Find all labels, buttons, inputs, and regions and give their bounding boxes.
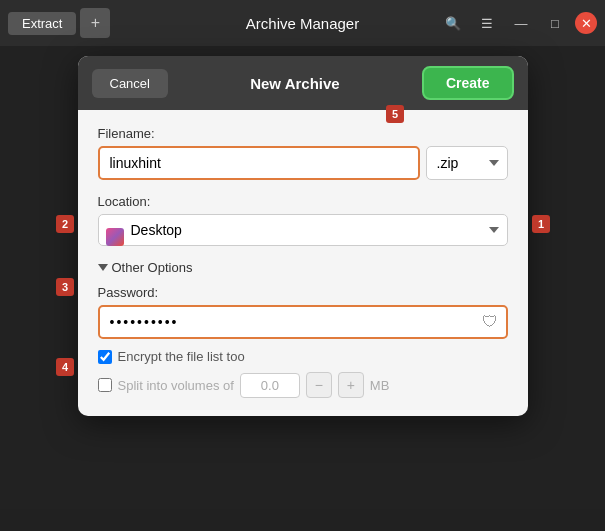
filename-input[interactable] bbox=[98, 146, 420, 180]
annotation-4: 4 bbox=[56, 358, 74, 376]
annotation-5: 5 bbox=[386, 105, 404, 123]
cancel-button[interactable]: Cancel bbox=[92, 69, 168, 98]
location-row: Desktop Home Documents bbox=[98, 214, 508, 260]
maximize-button[interactable]: □ bbox=[541, 9, 569, 37]
new-archive-dialog: Cancel New Archive Create Filename: .zip… bbox=[78, 56, 528, 416]
app-title: Archive Manager bbox=[246, 15, 359, 32]
annotation-3: 3 bbox=[56, 278, 74, 296]
titlebar: Extract + Archive Manager 🔍 ☰ — □ ✕ bbox=[0, 0, 605, 46]
menu-button[interactable]: ☰ bbox=[473, 9, 501, 37]
split-label: Split into volumes of bbox=[118, 378, 234, 393]
increment-volume-button[interactable]: + bbox=[338, 372, 364, 398]
filename-row: .zip .tar.gz .tar.bz2 .7z bbox=[98, 146, 508, 180]
split-checkbox[interactable] bbox=[98, 378, 112, 392]
password-input[interactable] bbox=[98, 305, 508, 339]
close-button[interactable]: ✕ bbox=[575, 12, 597, 34]
dialog-overlay: Cancel New Archive Create Filename: .zip… bbox=[0, 46, 605, 531]
filename-label: Filename: bbox=[98, 126, 508, 141]
expand-icon bbox=[98, 264, 108, 271]
search-button[interactable]: 🔍 bbox=[439, 9, 467, 37]
volume-input[interactable] bbox=[240, 373, 300, 398]
password-label: Password: bbox=[98, 285, 508, 300]
extension-select[interactable]: .zip .tar.gz .tar.bz2 .7z bbox=[426, 146, 508, 180]
dialog-title: New Archive bbox=[178, 75, 412, 92]
encrypt-label: Encrypt the file list too bbox=[118, 349, 245, 364]
minimize-button[interactable]: — bbox=[507, 9, 535, 37]
encrypt-checkbox[interactable] bbox=[98, 350, 112, 364]
new-tab-button[interactable]: + bbox=[80, 8, 110, 38]
decrement-volume-button[interactable]: − bbox=[306, 372, 332, 398]
dialog-header: Cancel New Archive Create bbox=[78, 56, 528, 110]
encrypt-row: Encrypt the file list too bbox=[98, 349, 508, 364]
other-options-label: Other Options bbox=[112, 260, 193, 275]
create-button[interactable]: Create bbox=[422, 66, 514, 100]
annotation-2: 2 bbox=[56, 215, 74, 233]
dialog-body: Filename: .zip .tar.gz .tar.bz2 .7z Loca… bbox=[78, 110, 528, 416]
annotation-1: 1 bbox=[532, 215, 550, 233]
split-volume-row: Split into volumes of − + MB bbox=[98, 372, 508, 398]
password-row: 🛡 bbox=[98, 305, 508, 339]
location-label: Location: bbox=[98, 194, 508, 209]
extract-button[interactable]: Extract bbox=[8, 12, 76, 35]
location-select[interactable]: Desktop Home Documents bbox=[98, 214, 508, 246]
window-controls: 🔍 ☰ — □ ✕ bbox=[439, 9, 597, 37]
other-options-toggle[interactable]: Other Options bbox=[98, 260, 508, 275]
volume-unit: MB bbox=[370, 378, 390, 393]
